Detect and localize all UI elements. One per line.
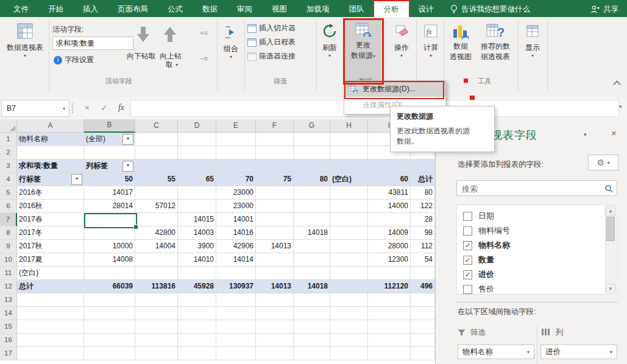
cell-H8[interactable]	[330, 226, 368, 240]
cell-D14[interactable]	[178, 307, 216, 320]
column-header-G[interactable]: G	[294, 119, 330, 133]
cell-H5[interactable]	[330, 186, 368, 200]
cell-I11[interactable]	[368, 267, 411, 280]
cell-A6[interactable]: 2016秋	[17, 200, 84, 213]
cell-B1[interactable]: (全部)▾	[84, 133, 135, 146]
cell-A13[interactable]	[17, 293, 84, 307]
cell-E6[interactable]: 23000	[216, 200, 256, 213]
show-button[interactable]: 显示 ▾	[522, 22, 544, 58]
filter-dropdown-icon[interactable]: ▾	[122, 161, 133, 172]
cell-A9[interactable]: 2017秋	[17, 240, 84, 253]
cell-C17[interactable]	[135, 347, 178, 360]
cell-F15[interactable]	[256, 320, 294, 334]
cell-E7[interactable]: 14001	[216, 213, 256, 226]
cell-I10[interactable]: 12300	[368, 253, 411, 267]
cell-A17[interactable]	[17, 347, 84, 360]
tab-审阅[interactable]: 审阅	[227, 1, 262, 17]
cell-C6[interactable]: 57012	[135, 200, 178, 213]
cell-H4[interactable]: (空白)	[330, 173, 368, 186]
cell-H17[interactable]	[330, 347, 368, 360]
field-item-数量[interactable]: ✓数量	[457, 253, 617, 267]
field-search-input[interactable]	[461, 181, 603, 196]
cell-G14[interactable]	[294, 307, 330, 320]
row-header-10[interactable]: 10	[0, 253, 17, 267]
cell-F3[interactable]	[256, 159, 294, 173]
cell-D15[interactable]	[178, 320, 216, 334]
cell-B13[interactable]	[84, 293, 135, 307]
column-header-B[interactable]: B	[84, 119, 135, 133]
cell-A12[interactable]: 总计	[17, 280, 84, 293]
cell-E17[interactable]	[216, 347, 256, 360]
cell-G16[interactable]	[294, 334, 330, 347]
field-item-进价[interactable]: ✓进价	[457, 267, 617, 282]
cell-D5[interactable]	[178, 186, 216, 200]
cell-B17[interactable]	[84, 347, 135, 360]
cell-C12[interactable]: 113816	[135, 280, 178, 293]
column-header-C[interactable]: C	[135, 119, 178, 133]
select-all-corner[interactable]	[0, 119, 17, 133]
cell-A3[interactable]: 求和项:数量	[17, 159, 84, 173]
filter-dropdown-icon[interactable]: ▾	[122, 134, 133, 145]
cell-G13[interactable]	[294, 293, 330, 307]
cell-H7[interactable]	[330, 213, 368, 226]
cell-F4[interactable]: 75	[256, 173, 294, 186]
cell-G7[interactable]	[294, 213, 330, 226]
cell-D1[interactable]	[178, 133, 216, 146]
cell-I17[interactable]	[368, 347, 411, 360]
field-list-scrollbar[interactable]: ▲ ▼	[605, 206, 616, 293]
cell-I7[interactable]	[368, 213, 411, 226]
field-checkbox[interactable]: ✓	[463, 256, 472, 265]
column-header-A[interactable]: A	[17, 119, 84, 133]
refresh-button[interactable]: 刷新 ▾	[318, 22, 341, 58]
cell-D2[interactable]	[178, 146, 216, 159]
cell-D16[interactable]	[178, 334, 216, 347]
cell-B9[interactable]: 10000	[84, 240, 135, 253]
pivottable-button[interactable]: 数据透视表 ▾	[4, 21, 46, 58]
field-settings-button[interactable]: i 字段设置	[54, 55, 94, 65]
cell-H10[interactable]	[330, 253, 368, 267]
cell-E4[interactable]: 70	[216, 173, 256, 186]
cell-J9[interactable]: 112	[411, 240, 435, 253]
cell-H1[interactable]	[330, 133, 368, 146]
cell-A16[interactable]	[17, 334, 84, 347]
field-checkbox[interactable]: ✓	[463, 270, 472, 279]
cell-C4[interactable]: 55	[135, 173, 178, 186]
cell-A11[interactable]: (空白)	[17, 267, 84, 280]
cell-H14[interactable]	[330, 307, 368, 320]
row-header-16[interactable]: 16	[0, 334, 17, 347]
scrollbar-thumb[interactable]	[606, 217, 615, 241]
row-header-4[interactable]: 4	[0, 173, 17, 186]
cell-I15[interactable]	[368, 320, 411, 334]
cell-F1[interactable]	[256, 133, 294, 146]
cell-A2[interactable]	[17, 146, 84, 159]
tab-视图[interactable]: 视图	[262, 1, 297, 17]
cell-C16[interactable]	[135, 334, 178, 347]
cell-D13[interactable]	[178, 293, 216, 307]
cell-E14[interactable]	[216, 307, 256, 320]
cell-D4[interactable]: 65	[178, 173, 216, 186]
cell-E9[interactable]: 42906	[216, 240, 256, 253]
cell-B10[interactable]: 14008	[84, 253, 135, 267]
namebox-resize-handle[interactable]	[72, 103, 75, 113]
cell-H3[interactable]	[330, 159, 368, 173]
cell-A14[interactable]	[17, 307, 84, 320]
cell-E10[interactable]: 14014	[216, 253, 256, 267]
cell-G4[interactable]: 80	[294, 173, 330, 186]
insert-function-button[interactable]: fx	[113, 100, 129, 116]
drill-up-button[interactable]	[162, 26, 178, 44]
cell-D9[interactable]: 3900	[178, 240, 216, 253]
cell-I4[interactable]: 60	[368, 173, 411, 186]
cell-G2[interactable]	[294, 146, 330, 159]
cell-C2[interactable]	[135, 146, 178, 159]
cell-G9[interactable]	[294, 240, 330, 253]
column-header-D[interactable]: D	[178, 119, 216, 133]
cell-J3[interactable]	[411, 159, 435, 173]
cell-E5[interactable]: 23000	[216, 186, 256, 200]
cell-F13[interactable]	[256, 293, 294, 307]
cell-B4[interactable]: 50	[84, 173, 135, 186]
row-header-13[interactable]: 13	[0, 293, 17, 307]
cell-G5[interactable]	[294, 186, 330, 200]
cell-G8[interactable]: 14018	[294, 226, 330, 240]
cell-A7[interactable]: 2017春	[17, 213, 84, 226]
scroll-down-icon[interactable]: ▼	[606, 284, 615, 293]
